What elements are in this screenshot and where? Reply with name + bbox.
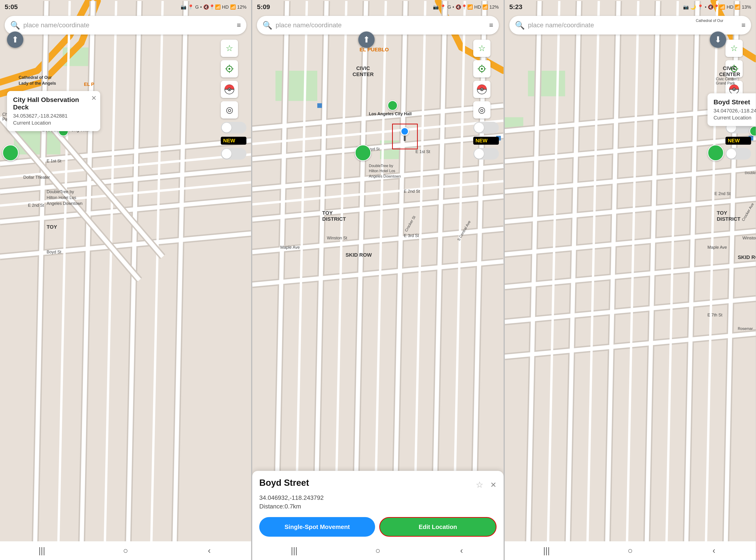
star-button-2[interactable]: ☆	[473, 40, 490, 57]
svg-line-13	[0, 234, 251, 257]
dot-icon-2: •	[453, 4, 454, 10]
nav-back-3[interactable]: ‹	[705, 544, 723, 558]
pin-icon-2: 📍	[440, 4, 446, 10]
green-dot-2a[interactable]	[387, 100, 398, 111]
toggle-button-1b[interactable]	[221, 148, 246, 160]
nav-back-2[interactable]: ‹	[452, 544, 471, 558]
time-3: 5:23	[509, 3, 522, 11]
svg-line-22	[151, 1, 163, 559]
map-label-skidrow-2: SKID ROW	[345, 252, 372, 258]
map-label-civicgrand-3: Civic Center/Grand Park	[716, 77, 737, 85]
location-card-1: City Hall Observation Deck 34.053627,-11…	[7, 91, 100, 131]
map-label-civic-3: CIVICCENTER	[719, 65, 740, 78]
coords-3: 34.047026,-118.243746	[714, 108, 756, 114]
close-card-1[interactable]: ✕	[91, 94, 97, 102]
hamburger-icon-3[interactable]: ≡	[741, 21, 746, 29]
camera-icon-2: 📷	[433, 4, 439, 10]
bs-close-2[interactable]: ✕	[490, 480, 497, 489]
search-placeholder-2[interactable]: place name/coordinate	[276, 21, 489, 29]
search-bar-1[interactable]: 🔍 place name/coordinate ≡	[5, 16, 246, 35]
location-button-2[interactable]	[473, 60, 490, 78]
bs-actions-2: Single-Spot Movement Edit Location	[259, 517, 496, 537]
map-label-maple-3: Maple Ave	[708, 245, 727, 250]
green-dot-3b[interactable]	[708, 145, 724, 161]
dot-icon-1: •	[200, 4, 202, 10]
location-button-1[interactable]	[221, 60, 238, 78]
right-buttons-2: ☆ ◎ NEW	[473, 40, 499, 160]
search-icon-2: 🔍	[262, 21, 272, 30]
map-label-dollar-1: Dollar Theater	[23, 175, 50, 180]
svg-line-102	[505, 231, 756, 255]
nav-recents-2[interactable]: |||	[285, 544, 303, 558]
svg-line-20	[58, 1, 70, 559]
star-button-3[interactable]: ☆	[726, 40, 743, 57]
compass-marker-3: ⬇	[710, 32, 726, 48]
svg-line-116	[706, 1, 717, 559]
time-1: 5:05	[5, 3, 18, 11]
map-label-doubletree-2: DoubleTree byHilton Hotel LosAngeles Dow…	[369, 163, 401, 179]
toggle-button-3b[interactable]	[726, 148, 751, 160]
bs-star-button-2[interactable]: ☆	[472, 478, 486, 492]
place-name-1: City Hall Observation Deck	[13, 96, 94, 111]
nav-recents-3[interactable]: |||	[537, 544, 556, 558]
status-icons-2: 📷 📍 G • 🔇📍📶 HD 📶 12%	[433, 4, 499, 10]
hamburger-icon-2[interactable]: ≡	[489, 21, 493, 29]
map-label-toy-2: TOYDISTRICT	[322, 210, 346, 222]
svg-line-100	[505, 168, 756, 192]
svg-rect-82	[528, 71, 565, 96]
edit-location-button-2[interactable]: Edit Location	[379, 517, 497, 537]
nav-back-1[interactable]: ‹	[200, 544, 219, 558]
svg-line-17	[174, 1, 186, 559]
nav-recents-1[interactable]: |||	[33, 544, 51, 558]
search-bar-2[interactable]: 🔍 place name/coordinate ≡	[257, 16, 499, 35]
search-placeholder-1[interactable]: place name/coordinate	[23, 21, 237, 29]
map-label-elpueblo-1: EL P	[84, 82, 94, 87]
pin-icon-3: 📍	[697, 4, 703, 10]
svg-point-127	[733, 89, 735, 90]
map-label-e1st-2: E 1st St	[415, 149, 430, 154]
pokeball-button-2[interactable]	[473, 81, 490, 98]
battery-1: 🔇📍📶 HD 📶 12%	[203, 4, 247, 10]
svg-point-81	[481, 89, 483, 90]
map-label-toy-1: TOY	[47, 224, 57, 230]
svg-line-11	[0, 168, 251, 192]
pokeball-button-1[interactable]	[221, 81, 238, 98]
nav-home-2[interactable]: ○	[369, 544, 387, 558]
map-label-elpueblo-2: EL PUEBLO	[359, 47, 389, 53]
map-label-cathedral-1: Cathedral of OurLady of the Angels	[19, 75, 56, 86]
google-icon-2: G	[447, 4, 451, 10]
map-label-doubletree-1: DoubleTree byHilton Hotel LosAngeles Dow…	[47, 189, 83, 207]
map-label-e2nd-3: E 2nd St	[714, 191, 731, 196]
nav-bar-3: ||| ○ ‹	[505, 541, 756, 560]
single-spot-button-2[interactable]: Single-Spot Movement	[259, 517, 375, 537]
hamburger-icon-1[interactable]: ≡	[237, 21, 241, 29]
toggle-button-2[interactable]	[473, 122, 499, 134]
status-bar-3: 5:23 📷 🌙 📍 • 🔇📍📶 HD 📶 13%	[505, 0, 756, 14]
dot-icon-3: •	[705, 4, 706, 10]
place-name-3: Boyd Street	[714, 98, 756, 106]
toggle-button-2b[interactable]	[473, 148, 499, 160]
svg-point-36	[229, 89, 230, 90]
compass-button-2[interactable]: ◎	[473, 101, 490, 119]
map-label-doubletree-3: DoubleTree by	[745, 170, 756, 175]
toggle-button-1[interactable]	[221, 122, 246, 134]
map-pin-2[interactable]	[400, 127, 409, 141]
green-dot-2b[interactable]	[355, 145, 371, 161]
star-button-1[interactable]: ☆	[221, 40, 238, 57]
svg-line-109	[647, 1, 658, 559]
svg-line-104	[505, 299, 756, 322]
cur-loc-3: Current Location	[714, 115, 756, 121]
compass-button-1[interactable]: ◎	[221, 101, 238, 119]
green-dot-1b[interactable]	[2, 145, 19, 161]
map-label-civic-2: CIVICCENTER	[353, 65, 374, 78]
map-label-maple-2: Maple Ave	[280, 245, 300, 250]
nav-home-1[interactable]: ○	[116, 544, 135, 558]
svg-line-21	[104, 1, 116, 559]
nav-home-3[interactable]: ○	[621, 544, 639, 558]
new-badge-3: NEW	[726, 137, 751, 145]
map-label-boyd-1: Boyd St	[47, 250, 61, 255]
google-icon-1: G	[195, 4, 199, 10]
map-label-winston-3: Winston St	[742, 236, 756, 241]
panel-2: 5:09 📷 📍 G • 🔇📍📶 HD 📶 12% 🔍 place name/c…	[252, 0, 504, 560]
svg-line-56	[252, 261, 503, 285]
